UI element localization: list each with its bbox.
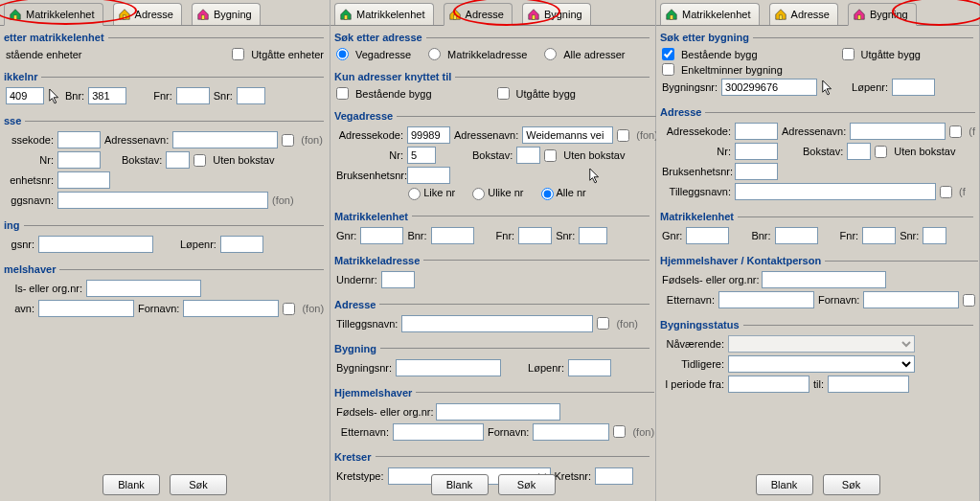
label-bnr: Bnr: [407,230,426,241]
input-adressekode[interactable] [57,131,101,148]
input-tilleggsnavn[interactable] [401,315,593,332]
input-fodsels[interactable] [762,271,886,288]
input-nr[interactable] [57,151,101,169]
checkbox-utenbokstav[interactable] [194,154,206,167]
input-adressekode[interactable] [407,126,450,144]
label-bokstav: Bokstav: [472,149,513,161]
input-nr[interactable] [407,147,436,164]
input-undernr[interactable] [381,271,415,288]
label-vegadresse: Vegadresse [355,49,411,60]
blank-button[interactable]: Blank [431,474,489,495]
tab-matrikkelenhet[interactable]: Matrikkelenhet [4,3,103,26]
blank-button[interactable]: Blank [103,474,160,495]
input-fnr[interactable] [518,227,552,244]
section-hjemmelshaver: Hjemmelshaver / Kontaktperson Fødsels- e… [662,255,978,313]
tab-label: Bygning [870,9,908,20]
input-bruksenhetsnr[interactable] [735,163,778,180]
input-gnr[interactable] [686,227,729,244]
input-tilleggsnavn[interactable] [735,183,936,200]
input-fnr[interactable] [176,87,210,104]
select-naavaerende[interactable] [728,335,915,353]
input-snr[interactable] [579,227,607,244]
input-adressenavn[interactable] [522,126,613,144]
checkbox-fon[interactable] [617,129,629,142]
radio-vegadresse[interactable] [336,48,349,60]
checkbox-enkeltminner[interactable] [662,63,674,76]
input-periodetil[interactable] [828,376,909,393]
input-bnr[interactable] [431,227,474,244]
blank-button[interactable]: Blank [756,474,813,495]
input-fodsels[interactable] [436,403,560,421]
checkbox-utenbokstav[interactable] [875,146,887,158]
checkbox-fon[interactable] [597,317,609,330]
tab-adresse[interactable]: Adresse [769,3,838,25]
search-button[interactable]: Søk [823,474,880,495]
input-etternavn[interactable] [393,423,484,441]
input-bygningsnr[interactable] [396,359,501,376]
tab-bygning[interactable]: Bygning [848,3,917,26]
radio-alle[interactable] [541,188,554,200]
input-lopenr[interactable] [220,236,263,253]
tab-bygning[interactable]: Bygning [522,3,591,25]
input-gnr[interactable] [6,87,44,104]
input-adressekode[interactable] [735,123,778,140]
input-bnr[interactable] [88,87,126,104]
checkbox-fon[interactable] [940,186,952,198]
tab-bygning[interactable]: Bygning [192,3,261,25]
search-button[interactable]: Søk [170,474,227,495]
tab-matrikkelenhet[interactable]: Matrikkelenhet [334,3,434,25]
tab-label: Bygning [214,9,252,20]
input-bygningsnr[interactable] [721,79,817,96]
input-fornavn[interactable] [183,300,279,317]
checkbox-utenbokstav[interactable] [544,149,557,162]
input-gnr[interactable] [360,227,403,244]
checkbox-utgaatte[interactable] [497,87,510,100]
input-nr[interactable] [735,143,778,160]
radio-matrikkeladresse[interactable] [428,48,441,60]
tab-matrikkelenhet[interactable]: Matrikkelenhet [660,3,760,25]
input-fornavn[interactable] [863,291,959,308]
input-bruksenhetsnr[interactable] [57,171,110,189]
tab-adresse[interactable]: Adresse [444,3,513,26]
input-lopenr[interactable] [568,359,611,376]
section-hjemmelshaver: Hjemmelshaver Fødsels- eller org.nr: Ett… [336,387,654,445]
radio-alleadresser[interactable] [544,48,557,60]
input-bokstav[interactable] [847,143,871,160]
input-lopenr[interactable] [892,79,935,96]
input-tilleggsnavn[interactable] [57,192,268,209]
input-adressenavn[interactable] [172,131,278,148]
checkbox-fon[interactable] [949,125,962,138]
checkbox-fon[interactable] [283,303,295,315]
section-hjemmelshaver: melshaver ls- eller org.nr: avn: Fornavn… [6,263,324,322]
input-bruksenhetsnr[interactable] [407,167,450,184]
input-bokstav[interactable] [516,147,540,164]
radio-ulike[interactable] [472,188,485,200]
input-periodefra[interactable] [728,376,809,393]
checkbox-bestaaende[interactable] [662,48,674,60]
checkbox-fon[interactable] [282,134,294,147]
checkbox-utgaatte[interactable] [232,48,244,60]
input-snr[interactable] [237,87,265,104]
label-snr: Snr: [556,230,575,241]
select-tidligere[interactable] [728,355,915,373]
label-like: Like nr [423,187,455,198]
input-fornavn[interactable] [533,423,609,441]
input-etternavn[interactable] [38,300,134,317]
input-snr[interactable] [923,227,946,244]
checkbox-fon[interactable] [963,294,975,307]
input-adressenavn[interactable] [850,123,946,140]
tab-adresse[interactable]: Adresse [113,3,182,25]
checkbox-bestaaende[interactable] [336,87,349,100]
input-bnr[interactable] [775,227,818,244]
section-title: sse [4,115,25,126]
checkbox-utgaatte[interactable] [842,48,855,60]
input-bygningsnr[interactable] [38,236,153,253]
input-bokstav[interactable] [166,151,190,169]
input-fnr[interactable] [862,227,896,244]
input-etternavn[interactable] [718,291,814,308]
radio-like[interactable] [408,188,421,200]
checkbox-fon[interactable] [613,425,626,438]
input-fodsels[interactable] [86,280,201,297]
search-button[interactable]: Søk [498,474,556,495]
label-utgaatte: Utgåtte bygg [861,49,921,60]
